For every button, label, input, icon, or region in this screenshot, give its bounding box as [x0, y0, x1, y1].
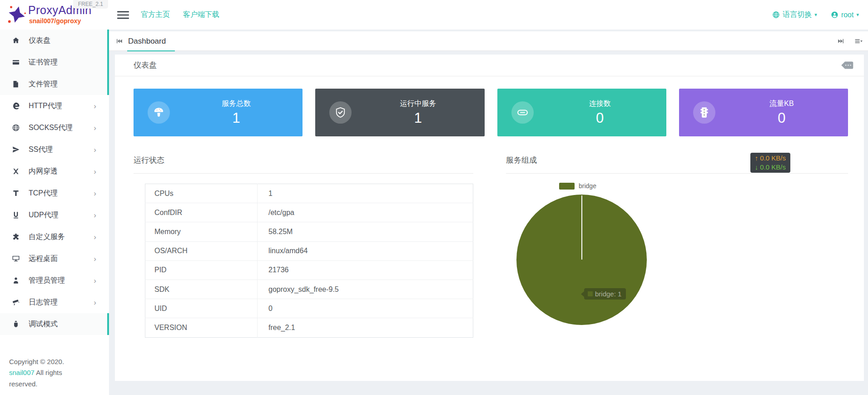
nav-link-homepage[interactable]: 官方主页 — [141, 10, 170, 20]
tab-dashboard[interactable]: Dashboard — [127, 31, 175, 51]
sidebar-item-socks5-proxy[interactable]: SOCKS5代理› — [0, 117, 109, 139]
edge-e-icon — [12, 102, 20, 110]
status-key: PID — [145, 260, 258, 280]
stat-value: 1 — [170, 110, 303, 126]
status-table-body: CPUs1ConfDIR/etc/gpaMemory58.25MOS/ARCHl… — [145, 184, 473, 338]
content: 仪表盘 服务总数1运行中服务1连接数0流量KB0 运行状态 CPUs1ConfD… — [109, 51, 868, 381]
brand[interactable]: ProxyAdmin snail007/goproxy FREE_2.1 — [0, 0, 109, 30]
chevron-right-icon: › — [94, 255, 96, 263]
collapse-panel-button[interactable] — [841, 61, 854, 70]
sidebar-item-tcp-proxy[interactable]: TCP代理› — [0, 182, 109, 204]
sidebar-item-http-proxy[interactable]: HTTP代理› — [0, 95, 109, 117]
chevron-right-icon: › — [94, 124, 96, 132]
sidebar-item-label: TCP代理 — [29, 189, 58, 198]
chevron-right-icon: › — [94, 299, 96, 306]
status-value: 58.25M — [258, 222, 473, 241]
sidebar-item-label: 调试模式 — [29, 320, 58, 329]
version-badge: FREE_2.1 — [73, 0, 108, 9]
pie-slice-bridge[interactable] — [516, 195, 647, 325]
brand-logo-icon — [6, 4, 27, 25]
status-key: UID — [145, 299, 258, 318]
tabs-scroll-left-button[interactable] — [116, 38, 123, 45]
nav-link-client-download[interactable]: 客户端下载 — [183, 10, 219, 20]
service-composition-panel: 服务组成 ↑ 0.0 KB/s ↓ 0.0 KB/s bridge — [506, 154, 848, 338]
brand-subtitle: snail007/goproxy — [29, 17, 81, 25]
sidebar-item-label: UDP代理 — [29, 210, 59, 220]
pie-chart: bridge bridge: 1 — [506, 174, 848, 328]
tabs-menu-button[interactable] — [855, 38, 863, 45]
chevron-right-icon: › — [94, 190, 96, 197]
stat-text: 流量KB0 — [715, 99, 848, 126]
chevron-right-icon: › — [94, 146, 96, 154]
sidebar-item-intranet-nat[interactable]: 内网穿透› — [0, 160, 109, 182]
stat-label: 服务总数 — [170, 99, 303, 109]
sidebar-item-label: 内网穿透 — [29, 167, 58, 176]
tooltip-text: bridge: 1 — [595, 290, 621, 298]
hamburger-icon[interactable] — [117, 10, 129, 20]
panel-row: 运行状态 CPUs1ConfDIR/etc/gpaMemory58.25MOS/… — [134, 154, 848, 338]
run-status-panel: 运行状态 CPUs1ConfDIR/etc/gpaMemory58.25MOS/… — [134, 154, 473, 338]
caret-down-icon: ▾ — [814, 12, 817, 18]
stat-value: 0 — [715, 110, 848, 126]
chevron-right-icon: › — [94, 168, 96, 175]
language-switch-label: 语言切换 — [783, 10, 812, 20]
chart-legend[interactable]: bridge — [559, 182, 596, 190]
card-body: 服务总数1运行中服务1连接数0流量KB0 运行状态 CPUs1ConfDIR/e… — [115, 76, 864, 338]
stat-label: 流量KB — [715, 99, 848, 109]
chevron-right-icon: › — [94, 233, 96, 241]
status-row: UID0 — [145, 299, 473, 318]
user-dropdown[interactable]: root ▾ — [831, 11, 859, 19]
tooltip-swatch — [588, 291, 593, 296]
stat-card-traffic-kb: 流量KB0 — [679, 89, 848, 136]
puzzle-icon — [12, 233, 20, 241]
link-icon — [511, 101, 534, 124]
sidebar-item-label: SOCKS5代理 — [29, 123, 73, 133]
language-switch-dropdown[interactable]: 语言切换 ▾ — [772, 10, 817, 20]
sidebar-item-admin-manage[interactable]: 管理员管理› — [0, 270, 109, 291]
home-icon — [12, 36, 20, 45]
sidebar-item-udp-proxy[interactable]: UDP代理› — [0, 204, 109, 226]
tab-bar: Dashboard — [109, 31, 868, 51]
sidebar-item-ss-proxy[interactable]: SS代理› — [0, 139, 109, 160]
tab-actions — [838, 38, 868, 45]
sidebar-item-label: 证书管理 — [29, 58, 58, 67]
sidebar-item-label: 日志管理 — [29, 298, 58, 307]
run-status-title: 运行状态 — [134, 154, 473, 174]
sidebar-item-label: 仪表盘 — [29, 36, 50, 45]
status-key: CPUs — [145, 184, 258, 203]
navbar-right: 语言切换 ▾ root ▾ — [759, 10, 859, 20]
person-icon — [12, 276, 20, 285]
status-row: OS/ARCHlinux/amd64 — [145, 241, 473, 260]
sidebar-item-label: 自定义服务 — [29, 232, 65, 242]
sidebar-item-dashboard[interactable]: 仪表盘 — [0, 30, 109, 51]
stat-card-total-services: 服务总数1 — [134, 89, 303, 136]
sidebar-menu: 仪表盘证书管理文件管理HTTP代理›SOCKS5代理›SS代理›内网穿透›TCP… — [0, 30, 109, 335]
navbar-links: 官方主页 客户端下载 — [141, 10, 233, 20]
snail007-link[interactable]: snail007 — [9, 369, 35, 376]
file-icon — [12, 80, 20, 88]
pie-slice-divider — [581, 195, 582, 260]
status-key: SDK — [145, 280, 258, 299]
status-row: PID21736 — [145, 260, 473, 280]
service-composition-title: 服务组成 — [506, 154, 848, 174]
copyright-text: Copyright © 2020. — [9, 358, 64, 365]
status-key: Memory — [145, 222, 258, 241]
top-navbar: 官方主页 客户端下载 语言切换 ▾ root ▾ — [109, 0, 868, 30]
status-row: CPUs1 — [145, 184, 473, 203]
sidebar-item-custom-service[interactable]: 自定义服务› — [0, 226, 109, 248]
legend-swatch — [559, 183, 575, 190]
sidebar-item-label: 文件管理 — [29, 80, 58, 89]
sidebar-item-cert-manage[interactable]: 证书管理 — [0, 51, 109, 73]
sidebar-item-file-manage[interactable]: 文件管理 — [0, 73, 109, 95]
tabs-scroll-right-button[interactable] — [838, 38, 844, 45]
chevron-right-icon: › — [94, 102, 96, 110]
sidebar-item-debug-mode[interactable]: 调试模式 — [0, 313, 109, 335]
sidebar-item-log-manage[interactable]: 日志管理› — [0, 291, 109, 313]
status-value: goproxy_sdk_free-9.5 — [258, 280, 473, 299]
network-speed-badge: ↑ 0.0 KB/s ↓ 0.0 KB/s — [750, 153, 790, 173]
card-header: 仪表盘 — [115, 55, 864, 76]
chart-tooltip: bridge: 1 — [584, 288, 626, 300]
stat-value: 1 — [352, 110, 484, 126]
send-icon — [12, 145, 20, 154]
sidebar-item-remote-desktop[interactable]: 远程桌面› — [0, 248, 109, 270]
